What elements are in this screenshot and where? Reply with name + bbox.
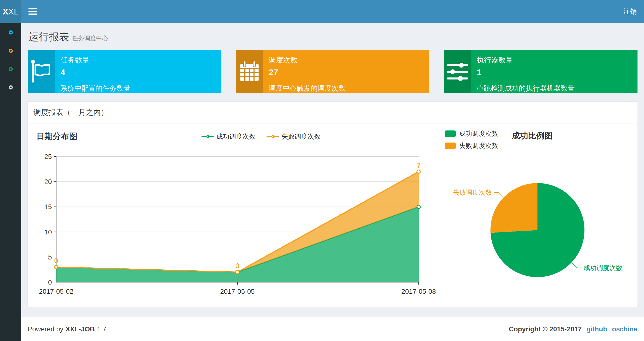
page-header: 运行报表任务调度中心 <box>28 23 638 47</box>
pie-chart-legend: 成功调度次数 失败调度次数 <box>445 129 498 150</box>
circle-outline-icon <box>9 30 13 35</box>
legend-label: 成功调度次数 <box>216 132 256 141</box>
info-box-content: 调度次数 27 调度中心触发的调度次数 <box>263 50 430 93</box>
flag-icon <box>28 50 55 93</box>
y-tick-label: 25 <box>44 153 52 160</box>
info-box-jobs: 任务数量 4 系统中配置的任务数量 <box>28 50 221 93</box>
copyright: Copyright © 2015-2017 github oschina <box>509 325 638 333</box>
info-box-executors: 执行器数量 1 心跳检测成功的执行器机器数量 <box>444 50 638 93</box>
sidebar-item-help[interactable] <box>9 85 13 90</box>
x-tick-label: 2017-05-05 <box>220 288 254 295</box>
swatch-icon <box>445 143 456 149</box>
legend-label: 失败调度次数 <box>459 141 498 150</box>
product-name: XXL-JOB <box>66 325 95 333</box>
x-tick-label: 2017-05-08 <box>401 288 436 295</box>
success-callout-label: 成功调度次数 <box>584 264 622 271</box>
page-subtitle: 任务调度中心 <box>72 35 108 42</box>
page-title: 运行报表 <box>29 31 69 43</box>
fail-point <box>236 270 239 274</box>
logo-text: XL <box>8 7 18 17</box>
fail-callout-label: 失败调度次数 <box>453 189 492 196</box>
main-header: XXL 注销 <box>0 0 644 23</box>
sidebar <box>0 23 21 341</box>
content-wrapper: 运行报表任务调度中心 任务数量 4 系统中配置的任务数量 <box>21 23 644 317</box>
line-chart-legend: 成功调度次数 失败调度次数 <box>77 132 445 141</box>
line-series-legend-icon <box>266 134 279 139</box>
chart-title: 日期分布图 <box>35 131 77 142</box>
success-point <box>417 205 420 208</box>
success-ratio-pie-chart: 失败调度次数成功调度次数 <box>445 150 637 285</box>
legend-label: 成功调度次数 <box>459 129 498 138</box>
powered-prefix: Powered by <box>28 325 64 333</box>
info-box-row: 任务数量 4 系统中配置的任务数量 <box>28 50 638 93</box>
sidebar-item-dashboard[interactable] <box>9 30 13 35</box>
fail-point-label: 0 <box>54 257 58 264</box>
info-box-label: 任务数量 <box>60 55 220 65</box>
panel-body: 日期分布图 成功调度次数 失败调度次数 0510152 <box>28 124 638 307</box>
oschina-link[interactable]: oschina <box>612 325 638 333</box>
y-tick-label: 5 <box>48 253 52 261</box>
calendar-icon <box>236 50 263 93</box>
success-callout-line <box>572 262 582 268</box>
pie-slice-fail <box>490 183 538 233</box>
legend-item-fail[interactable]: 失败调度次数 <box>266 132 320 141</box>
sliders-icon <box>444 50 471 93</box>
logo-text-bold: X <box>3 7 8 17</box>
fail-point-label: 0 <box>236 262 239 270</box>
navbar: 注销 <box>21 0 644 23</box>
circle-outline-icon <box>9 49 13 53</box>
copyright-text: Copyright © 2015-2017 <box>509 325 582 333</box>
panel-title: 调度报表（一月之内） <box>28 102 638 124</box>
navbar-right: 注销 <box>623 7 637 16</box>
logout-button[interactable]: 注销 <box>623 8 637 15</box>
legend-item-success[interactable]: 成功调度次数 <box>445 129 498 138</box>
legend-item-success[interactable]: 成功调度次数 <box>202 132 256 141</box>
sidebar-item-jobs[interactable] <box>9 49 13 53</box>
y-tick-label: 10 <box>44 228 52 236</box>
fail-point-label: 7 <box>417 162 420 169</box>
fail-callout-line <box>494 192 503 198</box>
info-box-content: 执行器数量 1 心跳检测成功的执行器机器数量 <box>471 50 638 93</box>
line-series-legend-icon <box>202 134 214 139</box>
info-box-description: 心跳检测成功的执行器机器数量 <box>477 84 636 93</box>
legend-label: 失败调度次数 <box>282 132 320 141</box>
info-box-description: 调度中心触发的调度次数 <box>269 84 428 93</box>
circle-outline-icon <box>9 85 13 90</box>
info-box-value: 4 <box>60 68 220 77</box>
date-distribution-chart: 05101520252017-05-022017-05-052017-05-08… <box>35 144 445 300</box>
info-box-content: 任务数量 4 系统中配置的任务数量 <box>55 50 221 93</box>
footer: Powered by XXL-JOB 1.7 Copyright © 2015-… <box>21 317 644 341</box>
fail-point <box>54 265 58 269</box>
x-tick-label: 2017-05-02 <box>39 288 73 295</box>
github-link[interactable]: github <box>587 325 607 333</box>
chart-title: 成功比例图 <box>512 130 553 141</box>
info-box-triggers: 调度次数 27 调度中心触发的调度次数 <box>236 50 430 93</box>
y-tick-label: 15 <box>44 203 52 211</box>
y-tick-label: 0 <box>48 278 52 286</box>
powered-by: Powered by XXL-JOB 1.7 <box>28 325 106 333</box>
sidebar-item-log[interactable] <box>9 67 13 71</box>
circle-outline-icon <box>9 67 13 71</box>
info-box-value: 1 <box>477 68 636 77</box>
swatch-icon <box>445 130 456 137</box>
fail-point <box>417 170 420 173</box>
date-distribution-chart-block: 日期分布图 成功调度次数 失败调度次数 0510152 <box>35 129 445 300</box>
info-box-description: 系统中配置的任务数量 <box>60 84 220 93</box>
info-box-label: 调度次数 <box>269 55 428 65</box>
logo[interactable]: XXL <box>0 0 21 23</box>
legend-item-fail[interactable]: 失败调度次数 <box>445 141 498 150</box>
info-box-value: 27 <box>269 68 428 77</box>
product-version: 1.7 <box>97 325 106 333</box>
y-tick-label: 20 <box>44 178 52 185</box>
report-panel: 调度报表（一月之内） 日期分布图 成功调度次数 失败调 <box>28 101 638 307</box>
hamburger-icon[interactable] <box>28 7 37 16</box>
info-box-label: 执行器数量 <box>477 55 636 65</box>
success-ratio-chart-block: 成功调度次数 失败调度次数 成功比例图 失败调度次数成功调度次数 <box>445 129 638 300</box>
sidebar-menu <box>0 23 21 90</box>
